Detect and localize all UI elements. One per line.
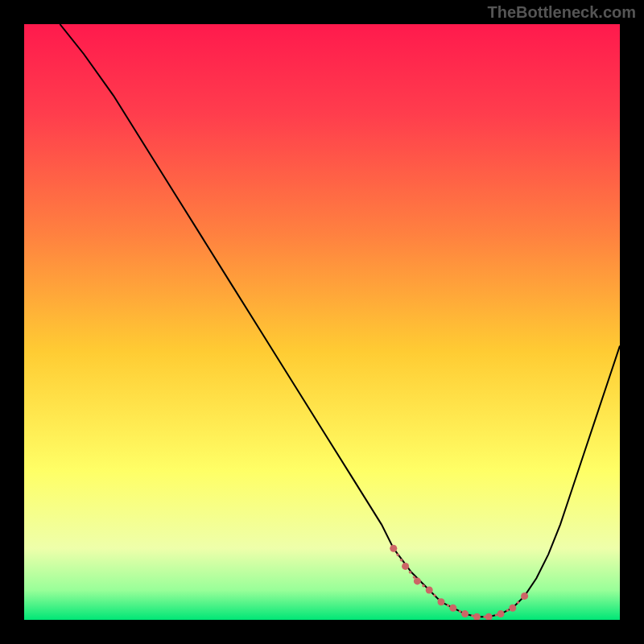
plot-area [24, 24, 620, 620]
svg-point-23 [521, 592, 528, 600]
curve-svg [24, 24, 620, 620]
dotted-segment [390, 545, 528, 620]
watermark-text: TheBottleneck.com [488, 3, 636, 22]
main-curve [60, 24, 620, 617]
